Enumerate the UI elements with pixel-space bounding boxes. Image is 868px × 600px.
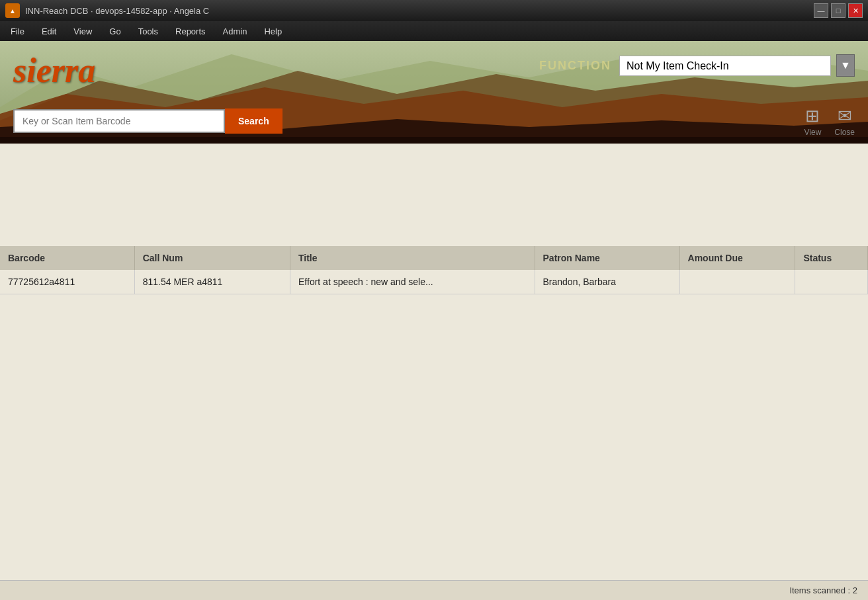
header-banner: sierra FUNCTION Not My Item Check-In Che… <box>0 41 868 144</box>
toolbar-right: ⊞ View ✉ Close <box>804 106 855 137</box>
view-button[interactable]: ⊞ View <box>804 106 822 137</box>
col-header-callnum: Call Num <box>134 246 290 270</box>
svg-rect-5 <box>0 137 868 144</box>
view-icon: ⊞ <box>805 106 820 126</box>
close-icon: ✉ <box>838 106 852 126</box>
table-header-row: Barcode Call Num Title Patron Name Amoun… <box>0 246 868 270</box>
menubar: File Edit View Go Tools Reports Admin He… <box>0 21 868 41</box>
maximize-button[interactable]: □ <box>831 3 846 18</box>
cell-status <box>795 270 868 294</box>
function-area: FUNCTION Not My Item Check-In Check In C… <box>539 54 855 77</box>
col-header-barcode: Barcode <box>0 246 134 270</box>
menu-edit[interactable]: Edit <box>34 24 64 39</box>
items-scanned-text: Items scanned : 2 <box>789 585 857 595</box>
statusbar: Items scanned : 2 <box>0 580 868 600</box>
titlebar: ▲ INN-Reach DCB · devops-14582-app · Ang… <box>0 0 868 21</box>
close-label: Close <box>834 128 855 137</box>
menu-admin[interactable]: Admin <box>215 24 255 39</box>
function-select[interactable]: Not My Item Check-In Check In Check Out <box>619 56 831 76</box>
function-dropdown-button[interactable]: ▼ <box>836 54 855 77</box>
col-header-amount: Amount Due <box>679 246 795 270</box>
cell-amount <box>679 270 795 294</box>
cell-title: Effort at speech : new and sele... <box>290 270 535 294</box>
search-area: Search <box>13 108 282 134</box>
view-label: View <box>804 128 822 137</box>
cell-barcode: 77725612a4811 <box>0 270 134 294</box>
empty-area <box>0 144 868 246</box>
title-text: INN-Reach DCB · devops-14582-app · Angel… <box>25 6 808 16</box>
menu-tools[interactable]: Tools <box>130 24 166 39</box>
empty-table-space <box>0 294 868 559</box>
close-toolbar-button[interactable]: ✉ Close <box>834 106 855 137</box>
menu-view[interactable]: View <box>65 24 100 39</box>
table-row[interactable]: 77725612a4811 811.54 MER a4811 Effort at… <box>0 270 868 294</box>
window-controls: — □ ✕ <box>814 3 863 18</box>
table-body: 77725612a4811 811.54 MER a4811 Effort at… <box>0 270 868 294</box>
menu-help[interactable]: Help <box>256 24 290 39</box>
results-table: Barcode Call Num Title Patron Name Amoun… <box>0 246 868 294</box>
cell-patron: Brandon, Barbara <box>535 270 679 294</box>
close-button[interactable]: ✕ <box>848 3 863 18</box>
sierra-logo: sierra <box>13 51 95 90</box>
col-header-patron: Patron Name <box>535 246 679 270</box>
menu-file[interactable]: File <box>3 24 32 39</box>
minimize-button[interactable]: — <box>814 3 828 18</box>
table-area: Barcode Call Num Title Patron Name Amoun… <box>0 246 868 294</box>
app-icon: ▲ <box>5 3 20 18</box>
menu-reports[interactable]: Reports <box>167 24 214 39</box>
search-button[interactable]: Search <box>225 108 282 134</box>
menu-go[interactable]: Go <box>101 24 128 39</box>
cell-callnum: 811.54 MER a4811 <box>134 270 290 294</box>
main-content: Barcode Call Num Title Patron Name Amoun… <box>0 144 868 580</box>
barcode-search-input[interactable] <box>13 109 225 133</box>
col-header-status: Status <box>795 246 868 270</box>
function-label: FUNCTION <box>539 59 611 73</box>
col-header-title: Title <box>290 246 535 270</box>
